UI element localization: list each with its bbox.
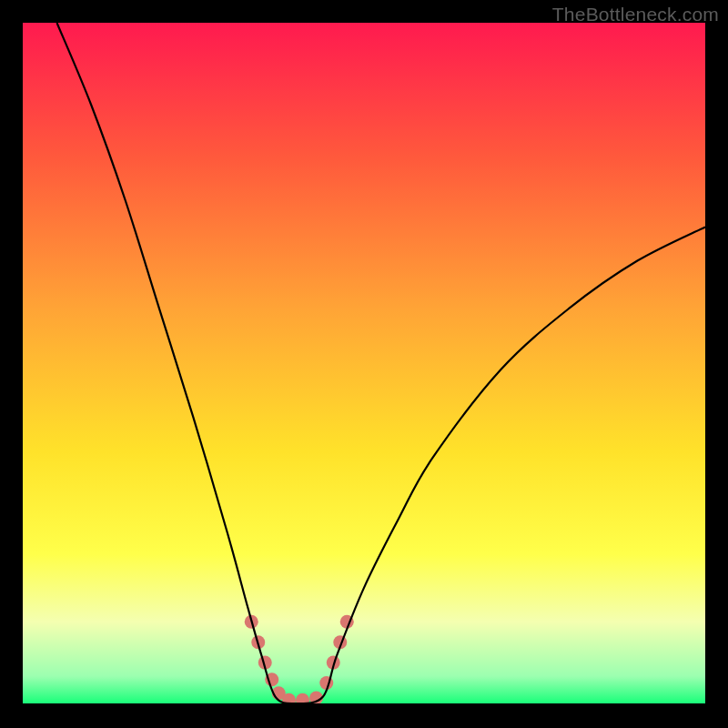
chart-frame: TheBottleneck.com — [0, 0, 728, 728]
bottleneck-chart — [23, 23, 705, 703]
plot-area — [23, 23, 705, 703]
watermark-text: TheBottleneck.com — [552, 4, 719, 25]
gradient-background — [23, 23, 705, 703]
